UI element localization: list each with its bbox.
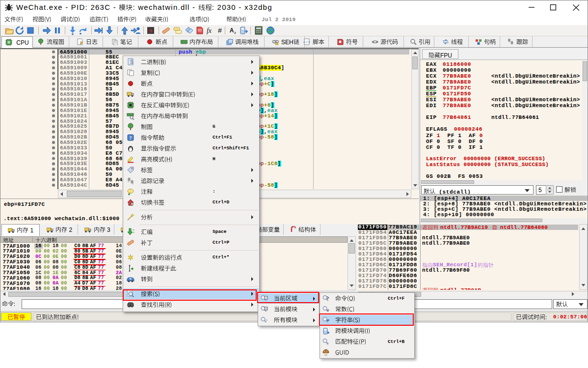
svg-text:fx: fx <box>207 27 212 34</box>
svg-text:<>: <> <box>372 39 378 45</box>
svg-text:10: 10 <box>133 231 135 233</box>
svg-text:*: * <box>266 319 267 322</box>
svg-text:A: A <box>230 27 234 34</box>
svg-text:</>: </> <box>303 40 310 44</box>
svg-text:#: # <box>218 27 222 34</box>
svg-text:01: 01 <box>133 229 135 231</box>
svg-text:#: # <box>327 308 329 312</box>
svg-text:?: ? <box>130 135 132 141</box>
svg-text:S: S <box>149 28 152 33</box>
svg-text:10: 10 <box>131 62 134 64</box>
svg-text:z: z <box>234 30 236 35</box>
